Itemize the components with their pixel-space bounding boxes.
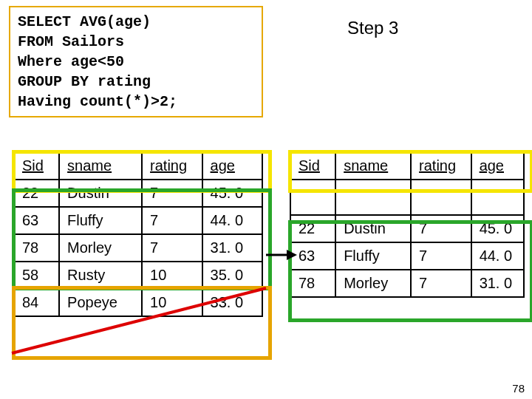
sql-line-2: FROM Sailors	[18, 33, 124, 50]
highlight-group-rating7	[12, 188, 272, 290]
sql-line-1: SELECT AVG(age)	[18, 13, 151, 30]
sql-line-5: Having count(*)>2;	[18, 93, 177, 110]
sql-line-4: GROUP BY rating	[18, 73, 151, 90]
highlight-group-rating10	[12, 286, 272, 360]
highlight-header-right	[288, 150, 532, 193]
sql-query-box: SELECT AVG(age) FROM Sailors Where age<5…	[9, 6, 263, 117]
highlight-output-rows	[288, 220, 532, 322]
page-number: 78	[512, 382, 525, 395]
highlight-header-left	[12, 150, 272, 193]
sql-line-3: Where age<50	[18, 53, 124, 70]
step-label: Step 3	[347, 18, 398, 38]
